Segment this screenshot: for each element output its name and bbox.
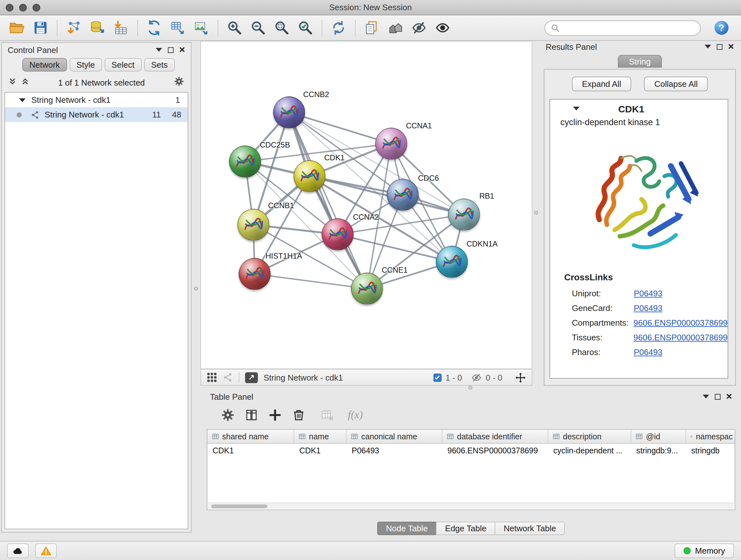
network-row[interactable]: String Network - cdk1 11 48 (5, 107, 188, 122)
collapse-gene-icon[interactable] (573, 107, 580, 111)
column-header-namespac[interactable]: namespac (686, 430, 735, 443)
selected-checkbox-icon[interactable] (433, 373, 442, 381)
grid-view-icon[interactable] (207, 372, 217, 382)
tab-style[interactable]: Style (69, 58, 102, 71)
panel-menu-icon[interactable] (704, 45, 711, 49)
splitter-handle[interactable] (194, 287, 198, 291)
node-label-ccnb1: CCNB1 (268, 201, 294, 210)
splitter-handle[interactable] (534, 211, 538, 214)
network-node-ccna1[interactable] (375, 128, 407, 160)
expand-all-button[interactable]: Expand All (572, 77, 631, 91)
zoom-selected-icon[interactable] (295, 17, 316, 38)
gear-icon[interactable] (174, 76, 185, 89)
scrollbar-thumb[interactable] (211, 504, 267, 508)
table-cell[interactable]: 9606.ENSP00000378699 (442, 446, 548, 455)
float-panel-icon[interactable] (717, 44, 722, 50)
table-cell[interactable]: stringdb (686, 446, 735, 455)
table-row[interactable]: CDK1CDK1P064939606.ENSP00000378699cyclin… (207, 444, 735, 457)
column-header-name[interactable]: name (294, 430, 347, 443)
cloud-icon[interactable] (7, 543, 29, 558)
crosslink-link-tissues[interactable]: 9606.ENSP00000378699 (633, 333, 728, 342)
warning-icon[interactable] (35, 543, 57, 558)
column-header-database-identifier[interactable]: database identifier (442, 430, 548, 443)
close-panel-icon[interactable]: × (726, 392, 732, 401)
close-panel-icon[interactable]: × (728, 42, 734, 51)
export-image-icon[interactable] (191, 17, 212, 38)
network-edge[interactable] (289, 112, 367, 289)
help-icon[interactable]: ? (711, 17, 732, 38)
table-settings-gear-icon[interactable] (221, 408, 235, 422)
zoom-out-icon[interactable] (248, 17, 269, 38)
network-collection-row[interactable]: String Network - cdk1 1 (5, 92, 188, 107)
show-all-icon[interactable] (432, 17, 453, 38)
add-column-icon[interactable] (268, 408, 282, 422)
collapse-all-button[interactable]: Collapse All (644, 77, 708, 91)
network-node-cdc6[interactable] (387, 179, 419, 211)
close-panel-icon[interactable]: × (179, 45, 185, 54)
column-header-shared-name[interactable]: shared name (207, 430, 294, 443)
open-file-icon[interactable] (6, 17, 27, 38)
home-icon[interactable] (385, 17, 406, 38)
network-overview-icon[interactable] (223, 372, 233, 382)
network-node-ccne1[interactable] (351, 273, 383, 305)
panel-menu-icon[interactable] (702, 395, 709, 398)
float-panel-icon[interactable] (167, 47, 173, 53)
table-panel-header: Table Panel × (204, 389, 738, 403)
network-tools-icon[interactable] (144, 17, 165, 38)
network-table-icon[interactable] (167, 17, 188, 38)
zoom-fit-icon[interactable] (271, 17, 292, 38)
float-panel-icon[interactable] (715, 394, 720, 399)
collapse-all-icon[interactable] (8, 77, 17, 87)
zoom-in-icon[interactable] (224, 17, 245, 38)
memory-button[interactable]: Memory (675, 543, 734, 558)
crosslink-link-genecard[interactable]: P06493 (634, 303, 663, 313)
import-network-file-icon[interactable] (63, 17, 84, 38)
network-node-hist1h1a[interactable] (239, 258, 271, 290)
crosslink-link-compartments[interactable]: 9606.ENSP00000378699 (633, 318, 728, 327)
column-header-description[interactable]: description (548, 430, 631, 443)
network-node-rb1[interactable] (448, 199, 480, 231)
table-cell[interactable]: cyclin-dependent ... (548, 446, 631, 455)
save-session-icon[interactable] (30, 17, 51, 38)
table-cell[interactable]: P06493 (347, 446, 442, 455)
tab-network[interactable]: Network (22, 58, 67, 71)
import-table-file-icon[interactable] (111, 17, 131, 38)
network-node-cdk1[interactable] (293, 160, 326, 192)
network-node-cdkn1a[interactable] (436, 246, 468, 278)
tab-network-table[interactable]: Network Table (495, 522, 565, 535)
import-network-database-icon[interactable] (87, 17, 108, 38)
table-cell[interactable]: CDK1 (207, 446, 294, 455)
horizontal-scrollbar[interactable] (208, 503, 734, 509)
table-cell[interactable]: CDK1 (294, 446, 347, 455)
search-box[interactable] (544, 20, 701, 36)
network-view-canvas[interactable]: CCNB2CCNA1CDC25BCDK1CDC6RB1CCNB1CCNA2CDK… (200, 41, 532, 369)
tab-sets[interactable]: Sets (144, 58, 175, 71)
network-node-cdc25b[interactable] (229, 145, 261, 178)
table-cell[interactable]: stringdb:9... (631, 446, 686, 455)
network-node-ccnb1[interactable] (238, 209, 269, 241)
column-header--id[interactable]: @id (631, 430, 686, 443)
hidden-eye-slash-icon[interactable] (471, 372, 482, 383)
tab-node-table[interactable]: Node Table (377, 522, 436, 535)
crosslink-link-uniprot[interactable]: P06493 (634, 289, 663, 298)
network-node-ccnb2[interactable] (273, 97, 305, 128)
delete-column-trash-icon[interactable] (292, 408, 306, 422)
pan-crosshair-icon[interactable] (515, 372, 526, 383)
splitter-handle[interactable] (468, 386, 472, 389)
tab-select[interactable]: Select (105, 58, 141, 71)
refresh-layout-icon[interactable] (328, 17, 349, 38)
collection-expand-icon[interactable] (19, 98, 25, 102)
clone-network-icon[interactable] (361, 17, 382, 38)
network-edge[interactable] (255, 274, 367, 289)
search-input[interactable] (563, 23, 694, 33)
network-node-ccna2[interactable] (322, 219, 354, 250)
column-header-canonical-name[interactable]: canonical name (347, 430, 442, 443)
tab-string[interactable]: String (617, 55, 662, 68)
expand-all-icon[interactable] (21, 77, 29, 87)
panel-menu-icon[interactable] (155, 48, 162, 52)
birdseye-view-icon[interactable] (245, 372, 258, 383)
hide-selected-icon[interactable] (408, 17, 429, 38)
crosslink-link-pharos[interactable]: P06493 (634, 348, 663, 357)
tab-edge-table[interactable]: Edge Table (436, 522, 495, 535)
show-columns-icon[interactable] (245, 408, 259, 422)
